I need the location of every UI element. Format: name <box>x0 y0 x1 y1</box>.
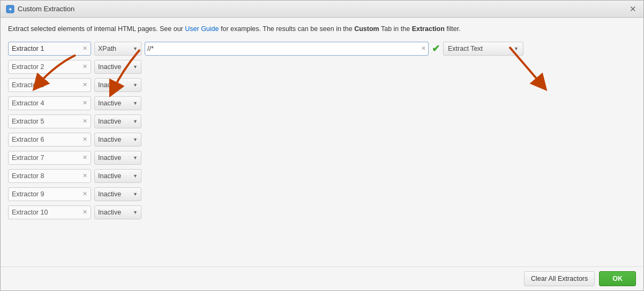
extractor-9-name-label: Extractor 9 <box>12 190 44 198</box>
extractor-3-clear[interactable]: ✕ <box>83 81 87 88</box>
desc-text-mid: Tab in the <box>379 25 412 33</box>
extractor-8-type-label: Inactive <box>98 172 121 180</box>
desc-bold1: Custom <box>354 25 379 33</box>
extractor-row-4: Extractor 4 ✕ Inactive ▼ <box>8 95 636 111</box>
extractor-2-type-arrow: ▼ <box>133 64 138 70</box>
desc-text-after-link: for examples. The results can be seen in… <box>219 25 355 33</box>
extractor-7-name-field[interactable]: Extractor 7 ✕ <box>8 151 91 165</box>
extractor-row-2: Extractor 2 ✕ Inactive ▼ <box>8 59 636 75</box>
extractor-8-name-label: Extractor 8 <box>12 172 44 180</box>
extractor-row-10: Extractor 10 ✕ Inactive ▼ <box>8 204 636 220</box>
extractor-6-type-dropdown[interactable]: Inactive ▼ <box>94 133 141 147</box>
extractor-5-name-label: Extractor 5 <box>12 118 44 125</box>
extractor-10-type-arrow: ▼ <box>133 210 138 215</box>
extractor-row-8: Extractor 8 ✕ Inactive ▼ <box>8 168 636 184</box>
extractor-5-name-field[interactable]: Extractor 5 ✕ <box>8 114 91 128</box>
extractor-3-type-dropdown[interactable]: Inactive ▼ <box>94 78 141 92</box>
extractor-3-type-label: Inactive <box>98 81 121 89</box>
extractor-7-name-label: Extractor 7 <box>12 154 44 162</box>
extractor-row-5: Extractor 5 ✕ Inactive ▼ <box>8 113 636 129</box>
extractor-2-type-label: Inactive <box>98 63 121 71</box>
extractor-1-checkmark: ✔ <box>432 43 440 55</box>
extractor-2-name-field[interactable]: Extractor 2 ✕ <box>8 60 91 74</box>
dialog-icon: ✦ <box>6 5 14 13</box>
ok-button[interactable]: OK <box>599 271 636 286</box>
extractor-7-type-label: Inactive <box>98 154 121 162</box>
extractor-row-3: Extractor 3 ✕ Inactive ▼ <box>8 77 636 93</box>
extractor-7-type-arrow: ▼ <box>133 155 138 160</box>
extractor-10-name-field[interactable]: Extractor 10 ✕ <box>8 205 91 219</box>
extractor-1-type-dropdown[interactable]: XPath ▼ <box>94 42 141 56</box>
extractor-1-clear[interactable]: ✕ <box>83 45 87 52</box>
extractor-2-type-dropdown[interactable]: Inactive ▼ <box>94 60 141 74</box>
description: Extract selected elements of internal HT… <box>8 24 636 34</box>
dialog-title: Custom Extraction <box>18 5 74 13</box>
extractor-2-name-label: Extractor 2 <box>12 63 44 71</box>
close-button[interactable]: ✕ <box>627 4 638 14</box>
user-guide-link[interactable]: User Guide <box>185 25 219 33</box>
extractor-row-1: Extractor 1 ✕ XPath ▼ ✕ ✔ Extract Text ▼ <box>8 41 636 57</box>
extractor-6-clear[interactable]: ✕ <box>83 136 87 143</box>
extractor-9-type-arrow: ▼ <box>133 192 138 197</box>
extractor-1-xpath-clear[interactable]: ✕ <box>421 45 426 52</box>
extractor-10-name-label: Extractor 10 <box>12 209 48 216</box>
extractor-1-type-label: XPath <box>98 45 116 52</box>
extractor-row-6: Extractor 6 ✕ Inactive ▼ <box>8 132 636 148</box>
extractor-1-xpath-input[interactable] <box>147 45 421 52</box>
extractor-10-clear[interactable]: ✕ <box>83 209 87 216</box>
extractor-4-type-label: Inactive <box>98 99 121 107</box>
extractor-8-name-field[interactable]: Extractor 8 ✕ <box>8 169 91 183</box>
clear-all-extractors-button[interactable]: Clear All Extractors <box>524 271 595 286</box>
extractor-10-type-dropdown[interactable]: Inactive ▼ <box>94 205 141 219</box>
extractor-2-clear[interactable]: ✕ <box>83 63 87 70</box>
extractor-7-type-dropdown[interactable]: Inactive ▼ <box>94 151 141 165</box>
extractor-9-clear[interactable]: ✕ <box>83 190 87 197</box>
extractor-5-type-arrow: ▼ <box>133 119 138 124</box>
extractor-8-type-dropdown[interactable]: Inactive ▼ <box>94 169 141 183</box>
extractor-9-name-field[interactable]: Extractor 9 ✕ <box>8 187 91 201</box>
desc-bold2: Extraction <box>412 25 445 33</box>
extractor-8-clear[interactable]: ✕ <box>83 172 87 179</box>
extractor-1-extract-arrow: ▼ <box>514 46 519 51</box>
title-bar-left: ✦ Custom Extraction <box>6 5 74 13</box>
extractors-list: Extractor 1 ✕ XPath ▼ ✕ ✔ Extract Text ▼ <box>8 41 636 220</box>
svg-text:✦: ✦ <box>8 6 12 12</box>
extractor-3-name-field[interactable]: Extractor 3 ✕ <box>8 78 91 92</box>
extractor-4-name-field[interactable]: Extractor 4 ✕ <box>8 96 91 110</box>
extractor-1-name-label: Extractor 1 <box>12 45 44 52</box>
extractor-1-type-arrow: ▼ <box>133 46 138 51</box>
desc-text-before-link: Extract selected elements of internal HT… <box>8 25 185 33</box>
extractor-9-type-label: Inactive <box>98 190 121 198</box>
extractor-1-extract-label: Extract Text <box>448 45 483 52</box>
extractor-6-type-label: Inactive <box>98 136 121 143</box>
extractor-5-clear[interactable]: ✕ <box>83 118 87 125</box>
extractor-row-9: Extractor 9 ✕ Inactive ▼ <box>8 186 636 202</box>
extractor-4-name-label: Extractor 4 <box>12 99 44 107</box>
extractor-row-7: Extractor 7 ✕ Inactive ▼ <box>8 150 636 166</box>
extractor-7-clear[interactable]: ✕ <box>83 154 87 161</box>
dialog-body: Extract selected elements of internal HT… <box>1 18 643 266</box>
extractor-3-name-label: Extractor 3 <box>12 81 44 89</box>
extractor-5-type-label: Inactive <box>98 118 121 125</box>
desc-text-end: filter. <box>445 25 461 33</box>
extractor-6-name-field[interactable]: Extractor 6 ✕ <box>8 133 91 147</box>
extractor-9-type-dropdown[interactable]: Inactive ▼ <box>94 187 141 201</box>
title-bar: ✦ Custom Extraction ✕ <box>1 1 643 18</box>
extractor-6-type-arrow: ▼ <box>133 137 138 142</box>
extractor-4-type-arrow: ▼ <box>133 101 138 106</box>
dialog-footer: Clear All Extractors OK <box>1 266 643 290</box>
extractor-6-name-label: Extractor 6 <box>12 136 44 143</box>
extractor-8-type-arrow: ▼ <box>133 173 138 179</box>
extractor-10-type-label: Inactive <box>98 209 121 216</box>
extractor-1-xpath-wrapper: ✕ <box>145 42 429 56</box>
extractor-3-type-arrow: ▼ <box>133 82 138 88</box>
extractor-5-type-dropdown[interactable]: Inactive ▼ <box>94 114 141 128</box>
custom-extraction-dialog: ✦ Custom Extraction ✕ Extract selected e… <box>0 0 644 291</box>
extractor-1-extract-dropdown[interactable]: Extract Text ▼ <box>443 42 523 56</box>
extractor-4-clear[interactable]: ✕ <box>83 99 87 106</box>
extractor-4-type-dropdown[interactable]: Inactive ▼ <box>94 96 141 110</box>
extractor-1-name-field[interactable]: Extractor 1 ✕ <box>8 42 91 56</box>
